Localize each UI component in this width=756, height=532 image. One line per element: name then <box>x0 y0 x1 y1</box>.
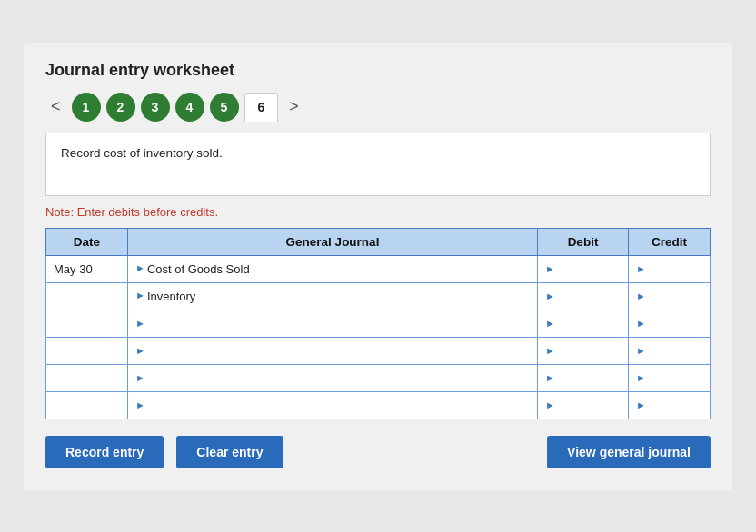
tabs-row: < 1 2 3 4 5 6 > <box>45 93 711 122</box>
note-text: Note: Enter debits before credits. <box>45 205 711 219</box>
nav-prev-button[interactable]: < <box>45 95 66 118</box>
cell-credit-3[interactable]: ► <box>629 310 711 337</box>
tab-2[interactable]: 2 <box>106 93 135 122</box>
table-row: ► ► ► <box>46 364 711 391</box>
cell-debit-4[interactable]: ► <box>538 337 629 364</box>
cell-journal-2[interactable]: ► Inventory <box>128 282 538 310</box>
table-row: ► ► ► <box>46 310 711 337</box>
cell-credit-2[interactable]: ► <box>629 282 711 310</box>
tab-3[interactable]: 3 <box>141 93 170 122</box>
cell-debit-5[interactable]: ► <box>538 364 629 391</box>
table-row: ► ► ► <box>46 391 711 419</box>
description-text: Record cost of inventory sold. <box>61 146 223 160</box>
table-row: ► Inventory ► ► <box>46 282 711 310</box>
table-row: May 30 ► Cost of Goods Sold ► ► <box>46 255 711 282</box>
cell-debit-3[interactable]: ► <box>538 310 629 337</box>
clear-entry-button[interactable]: Clear entry <box>176 436 283 468</box>
cell-debit-2[interactable]: ► <box>538 282 629 310</box>
tab-1[interactable]: 1 <box>72 93 101 122</box>
journal-table: Date General Journal Debit Credit May 30… <box>45 228 711 419</box>
cell-credit-4[interactable]: ► <box>629 337 711 364</box>
cell-journal-6[interactable]: ► <box>128 391 538 419</box>
cell-journal-5[interactable]: ► <box>128 364 538 391</box>
record-entry-button[interactable]: Record entry <box>45 436 164 468</box>
buttons-row: Record entry Clear entry View general jo… <box>45 436 711 468</box>
page-title: Journal entry worksheet <box>45 61 711 80</box>
col-credit: Credit <box>629 228 711 255</box>
cell-debit-1[interactable]: ► <box>538 255 629 282</box>
cell-date-3 <box>46 310 128 337</box>
cell-credit-6[interactable]: ► <box>629 391 711 419</box>
cell-journal-3[interactable]: ► <box>128 310 538 337</box>
description-box: Record cost of inventory sold. <box>45 133 711 196</box>
cell-date-6 <box>46 391 128 419</box>
cell-journal-2-text: Inventory <box>147 290 195 303</box>
col-debit: Debit <box>538 228 629 255</box>
cell-date-1: May 30 <box>46 255 128 282</box>
cell-debit-6[interactable]: ► <box>538 391 629 419</box>
tab-5[interactable]: 5 <box>210 93 239 122</box>
view-general-journal-button[interactable]: View general journal <box>547 436 711 468</box>
cell-date-5 <box>46 364 128 391</box>
cell-journal-4[interactable]: ► <box>128 337 538 364</box>
col-journal: General Journal <box>128 228 538 255</box>
nav-next-button[interactable]: > <box>284 95 304 118</box>
tab-4[interactable]: 4 <box>175 93 204 122</box>
cell-credit-1[interactable]: ► <box>629 255 711 282</box>
col-date: Date <box>46 228 128 255</box>
table-row: ► ► ► <box>46 337 711 364</box>
cell-journal-1-text: Cost of Goods Sold <box>147 262 250 276</box>
cell-credit-5[interactable]: ► <box>629 364 711 391</box>
cell-date-4 <box>46 337 128 364</box>
cell-date-2 <box>46 282 128 310</box>
cell-journal-1[interactable]: ► Cost of Goods Sold <box>128 255 538 282</box>
tab-6-active[interactable]: 6 <box>244 93 279 122</box>
